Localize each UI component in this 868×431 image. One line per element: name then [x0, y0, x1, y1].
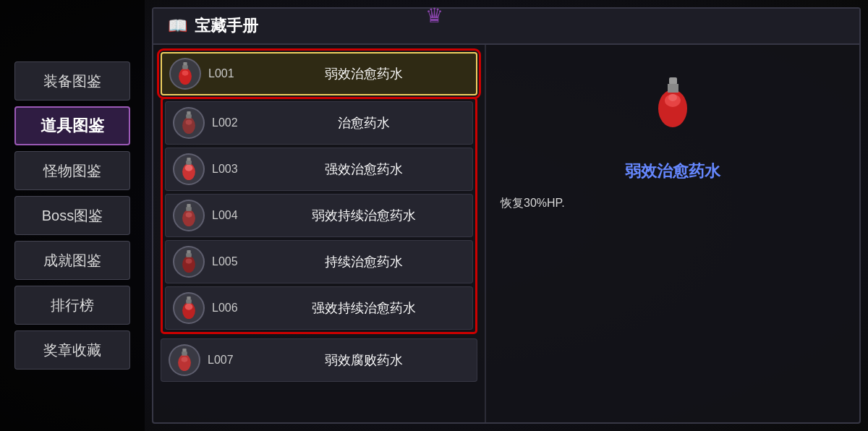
handbook-icon: 📖: [168, 17, 187, 35]
svg-point-23: [186, 259, 192, 264]
potion-icon-l006: [179, 296, 199, 320]
svg-point-13: [185, 165, 193, 171]
potion-icon-l003: [179, 158, 199, 181]
potion-icon-l007: [174, 349, 195, 372]
svg-point-18: [186, 213, 192, 218]
list-item-l007[interactable]: L007 弱效腐败药水: [161, 338, 477, 382]
svg-point-32: [178, 354, 191, 371]
item-name-l005: 持续治愈药水: [263, 253, 465, 270]
svg-point-33: [182, 357, 188, 362]
item-id-l005: L005: [212, 255, 255, 268]
svg-rect-4: [182, 65, 187, 69]
detail-potion-image: [653, 77, 693, 128]
svg-rect-24: [186, 253, 191, 257]
potion-icon-l001: [175, 62, 195, 85]
sidebar-item-monsters[interactable]: 怪物图鉴: [14, 151, 130, 190]
item-icon-l002: [173, 107, 205, 139]
svg-point-3: [182, 71, 189, 76]
svg-rect-34: [182, 351, 187, 355]
item-name-l007: 弱效腐败药水: [258, 351, 469, 369]
item-id-l002: L002: [212, 116, 255, 129]
item-name-l002: 治愈药水: [263, 114, 465, 132]
sidebar-item-boss[interactable]: Boss图鉴: [14, 196, 130, 235]
header-bar: 📖 宝藏手册: [153, 9, 859, 45]
list-item-l005[interactable]: L005 持续治愈药水: [165, 240, 473, 283]
potion-icon-l005: [179, 250, 199, 273]
sidebar-item-equipment[interactable]: 装备图鉴: [14, 61, 130, 101]
main-content: 📖 宝藏手册 L001 弱效治愈药水: [152, 7, 861, 424]
sidebar-item-items[interactable]: 道具图鉴: [14, 106, 130, 145]
sidebar-item-achievements[interactable]: 成就图鉴: [14, 241, 130, 280]
svg-rect-39: [668, 84, 678, 93]
list-item-l002[interactable]: L002 治愈药水: [165, 101, 473, 145]
item-id-l003: L003: [212, 163, 255, 176]
item-id-l007: L007: [208, 354, 251, 367]
svg-point-40: [668, 94, 677, 101]
item-name-l006: 强效持续治愈药水: [263, 299, 465, 317]
item-list[interactable]: L001 弱效治愈药水 L002: [153, 45, 486, 422]
red-border-group: L002 治愈药水 L003 强效治愈: [161, 97, 477, 334]
list-item-l003[interactable]: L003 强效治愈药水: [165, 148, 473, 191]
item-icon-l003: [173, 153, 205, 185]
item-name-l003: 强效治愈药水: [263, 161, 465, 178]
svg-point-8: [186, 120, 192, 125]
svg-rect-14: [186, 161, 191, 164]
item-id-l001: L001: [208, 67, 252, 80]
item-icon-l005: [173, 246, 205, 278]
detail-image-area: [629, 59, 716, 146]
svg-point-2: [179, 68, 192, 85]
detail-panel: 弱效治愈药水 恢复30%HP.: [486, 45, 859, 422]
svg-point-22: [182, 256, 195, 273]
sidebar-item-medals[interactable]: 奖章收藏: [14, 330, 130, 370]
item-icon-l004: [173, 200, 205, 231]
item-id-l004: L004: [212, 209, 255, 222]
detail-name: 弱效治愈药水: [625, 161, 720, 182]
content-body: L001 弱效治愈药水 L002: [153, 45, 859, 422]
svg-point-17: [182, 210, 195, 226]
svg-point-28: [185, 304, 193, 310]
detail-description: 恢复30%HP.: [501, 194, 845, 213]
svg-rect-29: [186, 299, 191, 303]
svg-rect-35: [669, 77, 677, 85]
sidebar-item-ranking[interactable]: 排行榜: [14, 286, 130, 325]
header-title: 宝藏手册: [195, 15, 258, 37]
svg-point-7: [182, 117, 195, 134]
svg-rect-19: [186, 207, 191, 210]
svg-rect-9: [186, 114, 191, 118]
sidebar: 装备图鉴 道具图鉴 怪物图鉴 Boss图鉴 成就图鉴 排行榜 奖章收藏: [0, 0, 145, 431]
list-item-l004[interactable]: L004 弱效持续治愈药水: [165, 194, 473, 237]
potion-icon-l004: [179, 204, 199, 227]
item-icon-l006: [173, 292, 205, 324]
item-icon-l007: [169, 344, 200, 376]
item-name-l004: 弱效持续治愈药水: [263, 207, 465, 224]
potion-icon-l002: [179, 111, 199, 135]
item-icon-l001: [169, 58, 201, 90]
list-item-l001[interactable]: L001 弱效治愈药水: [161, 52, 477, 95]
item-id-l006: L006: [212, 302, 255, 315]
item-name-l001: 弱效治愈药水: [259, 65, 469, 82]
crown-logo: ♛: [425, 4, 443, 27]
list-item-l006[interactable]: L006 强效持续治愈药水: [165, 286, 473, 330]
